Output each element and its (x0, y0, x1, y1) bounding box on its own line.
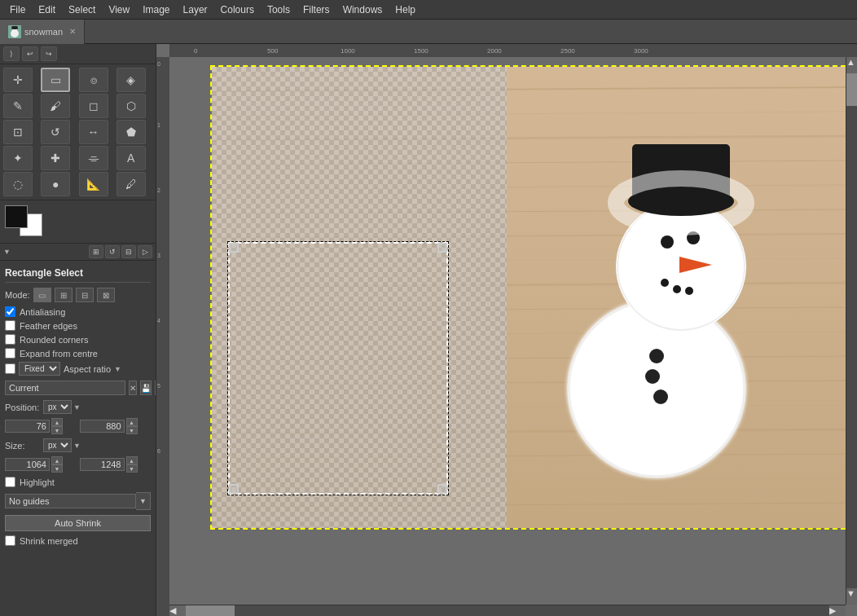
current-load-icon[interactable]: 📂 (155, 381, 156, 395)
rounded-corners-checkbox[interactable] (5, 334, 15, 345)
flip-tool[interactable]: ↔ (79, 120, 108, 144)
size-w-down[interactable]: ▼ (51, 464, 63, 473)
size-unit-expand[interactable]: ▼ (73, 442, 81, 450)
position-row: Position: px ▼ (5, 400, 151, 414)
pos-x-up[interactable]: ▲ (51, 418, 63, 426)
current-row: ✕ 💾 📂 (5, 381, 151, 395)
menu-select[interactable]: Select (62, 2, 102, 17)
panel-icon-3[interactable]: ⊟ (121, 245, 136, 258)
current-save-icon[interactable]: 💾 (140, 381, 152, 395)
pos-y-input[interactable]: 880 (80, 420, 125, 433)
mode-add[interactable]: ⊞ (55, 288, 73, 302)
hscroll-right-button[interactable]: ▶ (829, 605, 846, 616)
foreground-color[interactable] (5, 205, 28, 228)
current-input[interactable] (5, 381, 125, 395)
vscroll-thumb[interactable] (846, 73, 857, 106)
menu-help[interactable]: Help (389, 2, 422, 17)
panel-collapse-icon[interactable]: ▼ (3, 248, 11, 256)
pencil-tool[interactable]: ✎ (3, 94, 33, 118)
ruler-mark-3000: 3000 (634, 47, 648, 55)
menu-filters[interactable]: Filters (297, 2, 336, 17)
dodge-tool[interactable]: ● (41, 172, 70, 196)
canvas-area[interactable]: 0 500 1000 1500 2000 2500 3000 0 1 2 3 4… (156, 44, 857, 616)
guides-select[interactable]: No guides (5, 494, 136, 508)
fuzzy-select-tool[interactable]: ◈ (116, 68, 146, 92)
size-h-up[interactable]: ▲ (126, 456, 138, 464)
svg-point-39 (685, 287, 693, 295)
fixed-checkbox[interactable] (5, 363, 15, 374)
shrink-merged-label: Shrink merged (20, 536, 78, 546)
pos-unit-expand[interactable]: ▼ (73, 403, 81, 411)
paintbrush-tool[interactable]: 🖌 (41, 94, 70, 118)
pos-x-down[interactable]: ▼ (51, 426, 63, 434)
tool-small-2[interactable]: ↩ (22, 46, 38, 61)
path-tool[interactable]: ⌯ (79, 146, 108, 170)
canvas-scroll[interactable] (169, 57, 857, 616)
color-pick-tool[interactable]: 🖊 (116, 172, 146, 196)
menu-layer[interactable]: Layer (177, 2, 214, 17)
feather-edges-checkbox[interactable] (5, 320, 15, 331)
panel-title: Rectangle Select (5, 264, 151, 283)
tab-thumbnail (8, 25, 21, 38)
menu-image[interactable]: Image (136, 2, 176, 17)
menu-edit[interactable]: Edit (32, 2, 62, 17)
measure-tool[interactable]: 📐 (79, 172, 108, 196)
antialiasing-checkbox[interactable] (5, 306, 15, 317)
pos-x-arrows: ▲ ▼ (51, 418, 63, 434)
svg-point-28 (645, 369, 660, 384)
clone-tool[interactable]: ✦ (3, 146, 33, 170)
shrink-merged-checkbox[interactable] (5, 535, 15, 546)
hscroll-thumb[interactable] (186, 605, 235, 616)
tab-close-button[interactable]: ✕ (69, 27, 76, 36)
auto-shrink-button[interactable]: Auto Shrink (5, 515, 151, 531)
hscroll-left-button[interactable]: ◀ (169, 605, 186, 616)
guides-expand-icon[interactable]: ▼ (136, 492, 151, 510)
pos-x-input[interactable]: 76 (5, 420, 50, 433)
image-tab[interactable]: snowman ✕ (0, 20, 85, 44)
size-w-input[interactable]: 1064 (5, 458, 50, 471)
vscroll-up-button[interactable]: ▲ (846, 57, 857, 73)
panel-icon-2[interactable]: ↺ (105, 245, 120, 258)
fill-tool[interactable]: ⬡ (116, 94, 146, 118)
move-tool[interactable]: ✛ (3, 68, 33, 92)
tool-small-1[interactable]: ⟩ (3, 46, 20, 61)
erase-tool[interactable]: ◻ (79, 94, 108, 118)
panel-icon-1[interactable]: ⊞ (89, 245, 103, 258)
mode-subtract[interactable]: ⊟ (76, 288, 94, 302)
lasso-tool[interactable]: ⌾ (79, 68, 108, 92)
vertical-scrollbar[interactable]: ▲ ▼ (846, 57, 857, 605)
mode-intersect[interactable]: ⊠ (97, 288, 115, 302)
panel-expand[interactable]: ▷ (138, 245, 152, 258)
expand-icon[interactable]: ▼ (114, 365, 121, 373)
heal-tool[interactable]: ✚ (41, 146, 70, 170)
tool-small-3[interactable]: ↪ (41, 46, 57, 61)
menu-colours[interactable]: Colours (214, 2, 261, 17)
menu-windows[interactable]: Windows (336, 2, 389, 17)
transform-tool[interactable]: ↺ (41, 120, 70, 144)
text-tool[interactable]: A (116, 146, 146, 170)
pos-y-container: 880 ▲ ▼ (80, 418, 152, 434)
antialiasing-label: Antialiasing (20, 307, 65, 317)
vscroll-down-button[interactable]: ▼ (846, 588, 857, 605)
menu-file[interactable]: File (3, 2, 32, 17)
rect-select-tool[interactable]: ▭ (41, 68, 70, 92)
smudge-tool[interactable]: ◌ (3, 172, 33, 196)
size-h-input[interactable]: 1248 (80, 458, 125, 471)
rounded-corners-row: Rounded corners (5, 334, 151, 345)
crop-tool[interactable]: ⊡ (3, 120, 33, 144)
highlight-checkbox[interactable] (5, 477, 15, 487)
size-h-down[interactable]: ▼ (126, 464, 138, 473)
menu-tools[interactable]: Tools (261, 2, 297, 17)
mode-replace[interactable]: ▭ (33, 288, 51, 302)
perspective-tool[interactable]: ⬟ (116, 120, 146, 144)
pos-y-down[interactable]: ▼ (126, 426, 138, 434)
menu-view[interactable]: View (102, 2, 136, 17)
pos-y-up[interactable]: ▲ (126, 418, 138, 426)
position-unit-select[interactable]: px (43, 400, 72, 414)
size-unit-select[interactable]: px (43, 438, 72, 452)
horizontal-scrollbar[interactable]: ◀ ▶ (169, 605, 846, 616)
size-w-up[interactable]: ▲ (51, 456, 63, 464)
current-clear-icon[interactable]: ✕ (129, 381, 137, 395)
expand-from-centre-checkbox[interactable] (5, 348, 15, 359)
fixed-type-select[interactable]: Fixed (19, 362, 60, 376)
